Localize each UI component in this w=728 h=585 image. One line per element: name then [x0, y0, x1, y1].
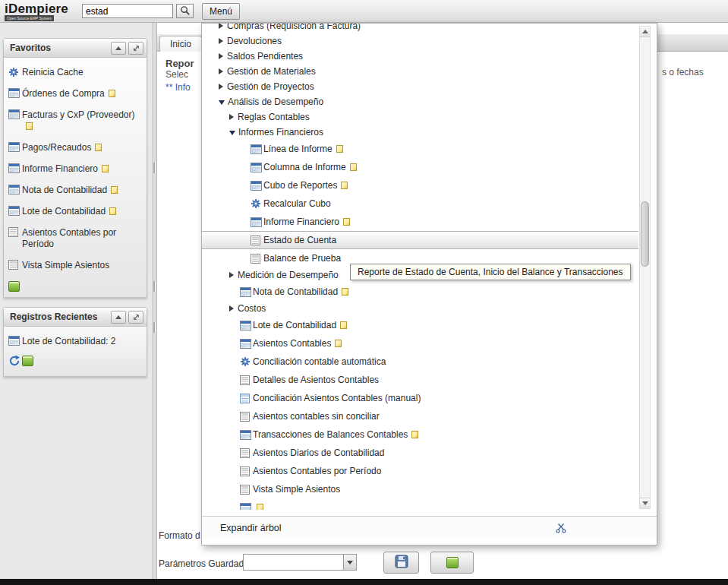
triangle-down-icon[interactable]	[219, 100, 225, 105]
expand-recent-button[interactable]	[128, 311, 143, 324]
collapse-favorites-button[interactable]	[111, 42, 126, 55]
search-button[interactable]	[176, 4, 194, 18]
menu-item[interactable]: Asientos Contables por Período	[202, 462, 638, 480]
favorite-item[interactable]: Lote de Contabilidad	[7, 201, 143, 222]
menu-item[interactable]: Columna de Informe	[202, 158, 638, 176]
triangle-right-icon[interactable]	[219, 68, 223, 74]
triangle-up-icon	[642, 30, 648, 33]
scroll-up-button[interactable]	[640, 27, 650, 37]
note-icon[interactable]	[111, 186, 118, 194]
triangle-right-icon[interactable]	[219, 24, 223, 29]
favorite-item[interactable]: Nota de Contabilidad	[7, 179, 143, 201]
menu-item[interactable]: Asientos Diarios de Contabilidad	[202, 444, 638, 462]
note-icon[interactable]	[95, 144, 102, 151]
note-icon[interactable]	[411, 431, 418, 438]
menu-folder[interactable]: Análisis de Desempeño	[202, 94, 638, 109]
menu-item[interactable]	[202, 498, 638, 510]
refresh-recent-button[interactable]	[8, 355, 20, 369]
menu-item[interactable]: Vista Simple Asientos	[202, 480, 638, 498]
menu-item[interactable]: Conciliación Asientos Contables (manual)	[202, 389, 638, 407]
note-icon[interactable]	[336, 145, 343, 153]
splitter-handle[interactable]	[153, 163, 156, 173]
note-icon[interactable]	[340, 321, 347, 329]
triangle-right-icon[interactable]	[219, 84, 223, 90]
note-icon[interactable]	[335, 340, 342, 347]
triangle-down-icon[interactable]	[229, 131, 235, 135]
menu-folder[interactable]: Gestión de Materiales	[202, 64, 638, 79]
sidebar-splitter[interactable]	[152, 23, 157, 579]
form-icon	[240, 394, 253, 403]
menu-item[interactable]: Asientos contables sin conciliar	[202, 407, 638, 425]
menu-folder[interactable]: Informes Financieros	[202, 125, 638, 140]
collapse-recent-button[interactable]	[111, 311, 126, 324]
favorite-item[interactable]: Pagos/Recaudos	[7, 137, 143, 158]
menu-item[interactable]: Recalcular Cubo	[202, 194, 638, 213]
scrollbar-thumb[interactable]	[641, 201, 649, 267]
archive-recent-button[interactable]	[22, 356, 33, 368]
triangle-right-icon[interactable]	[219, 53, 223, 59]
note-icon[interactable]	[109, 90, 115, 97]
saved-params-dropdown-button[interactable]	[343, 555, 356, 570]
splitter-handle[interactable]	[153, 322, 156, 333]
menu-folder[interactable]: Costos	[202, 301, 638, 316]
note-icon[interactable]	[102, 165, 109, 172]
triangle-right-icon[interactable]	[219, 38, 223, 44]
menu-folder[interactable]: Saldos Pendientes	[202, 49, 638, 64]
menu-item[interactable]: Informe Financiero	[202, 213, 638, 231]
favorite-item[interactable]: Asientos Contables por Período	[7, 222, 143, 255]
menu-folder[interactable]: Compras (Requisición a Factura)	[202, 24, 638, 33]
report-icon	[240, 485, 253, 495]
menu-item[interactable]: Nota de Contabilidad	[202, 283, 638, 301]
collapse-icon	[115, 315, 121, 319]
menu-item[interactable]: Detalles de Asientos Contables	[202, 371, 638, 389]
favorite-item[interactable]: Vista Simple Asientos	[7, 255, 143, 276]
menu-item[interactable]: Línea de Informe	[202, 140, 638, 158]
note-icon[interactable]	[343, 218, 350, 226]
expand-favorites-button[interactable]	[128, 42, 143, 55]
menu-item[interactable]: Conciliación contable automática	[202, 353, 638, 371]
save-params-button[interactable]	[383, 552, 419, 574]
saved-params-input[interactable]	[244, 555, 343, 570]
menu-item[interactable]: Estado de Cuenta	[202, 231, 638, 249]
note-icon[interactable]	[341, 182, 348, 189]
expand-tree-label[interactable]: Expandir árbol	[220, 523, 282, 533]
triangle-right-icon[interactable]	[229, 114, 234, 120]
recent-record-item-label: Lote de Contabilidad: 2	[22, 336, 115, 347]
note-icon[interactable]	[109, 207, 116, 215]
tab-inicio[interactable]: Inicio	[159, 36, 202, 52]
splitter-handle[interactable]	[153, 281, 156, 292]
note-icon[interactable]	[350, 163, 357, 171]
favorite-item[interactable]	[7, 276, 143, 296]
note-icon[interactable]	[26, 122, 33, 130]
window-icon	[240, 503, 253, 511]
note-icon[interactable]	[257, 504, 263, 510]
recent-list: Lote de Contabilidad: 2	[7, 330, 143, 352]
menu-folder[interactable]: Gestión de Proyectos	[202, 79, 638, 94]
logo-subtitle: Open Source ERP System	[5, 15, 54, 21]
triangle-right-icon[interactable]	[229, 305, 234, 311]
menu-item-label: Asientos contables sin conciliar	[253, 411, 380, 422]
triangle-right-icon[interactable]	[229, 272, 234, 278]
menu-item[interactable]: Cubo de Reportes	[202, 176, 638, 194]
favorite-item[interactable]: Informe Financiero	[7, 158, 143, 179]
info-link-fragment[interactable]: ** Info	[165, 82, 191, 93]
menu-item-label: Vista Simple Asientos	[253, 484, 340, 495]
delete-params-button[interactable]	[430, 552, 474, 574]
scroll-down-button[interactable]	[640, 498, 650, 508]
menu-folder[interactable]: Reglas Contables	[202, 109, 638, 125]
recent-record-item[interactable]: Lote de Contabilidad: 2	[7, 330, 143, 352]
saved-params-combobox[interactable]	[243, 554, 357, 571]
customize-scissors-icon[interactable]	[556, 523, 566, 536]
note-icon[interactable]	[342, 288, 348, 296]
menu-scrollbar[interactable]	[639, 26, 651, 509]
menu-folder[interactable]: Devoluciones	[202, 33, 638, 49]
favorite-item[interactable]: Órdenes de Compra	[7, 83, 143, 104]
menu-button[interactable]: Menú	[202, 3, 240, 20]
menu-item[interactable]: Asientos Contables	[202, 334, 638, 353]
global-search-input[interactable]	[82, 4, 173, 18]
menu-item[interactable]: Transacciones de Balances Contables	[202, 425, 638, 444]
favorite-item[interactable]: Reinicia Cache	[7, 62, 143, 83]
favorite-item[interactable]: Facturas y CxP (Proveedor)	[7, 104, 143, 137]
expand-icon	[133, 311, 140, 323]
menu-item[interactable]: Lote de Contabilidad	[202, 316, 638, 334]
